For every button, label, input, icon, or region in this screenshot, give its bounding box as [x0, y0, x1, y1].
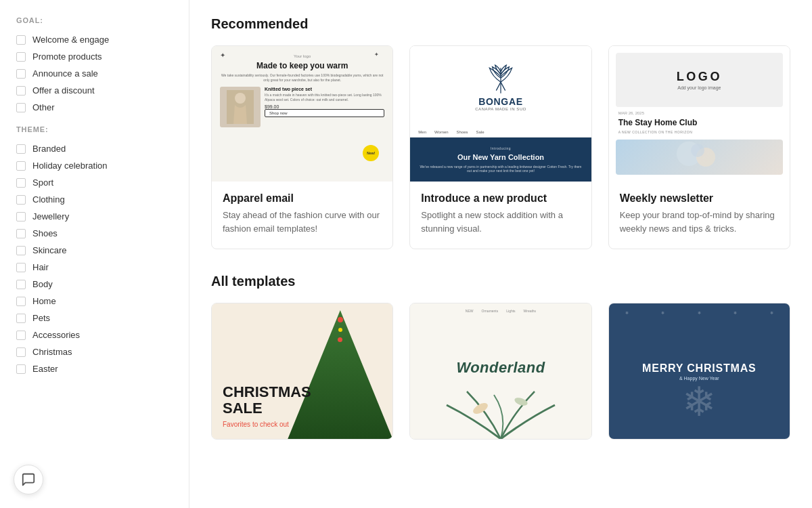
- template-card-merry-christmas[interactable]: ❄❄❄❄❄ MERRY CHRISTMAS & Happy New Year ❄: [608, 303, 790, 440]
- svg-point-8: [472, 401, 490, 416]
- theme-home-label: Home: [32, 296, 56, 306]
- template-preview-merry-christmas: ❄❄❄❄❄ MERRY CHRISTMAS & Happy New Year ❄: [609, 303, 790, 439]
- theme-sport-checkbox[interactable]: [16, 178, 26, 188]
- theme-body-checkbox[interactable]: [16, 280, 26, 289]
- goal-announce-checkbox[interactable]: [16, 69, 26, 79]
- theme-sport[interactable]: Sport: [16, 174, 175, 191]
- preview-brand-sub: CANAPA MADE IN SUD: [475, 107, 526, 111]
- theme-christmas-checkbox[interactable]: [16, 347, 26, 357]
- preview-product-row: Knitted two piece set It's a match made …: [220, 87, 384, 127]
- theme-branded[interactable]: Branded: [16, 140, 175, 157]
- goal-discount-checkbox[interactable]: [16, 86, 26, 96]
- theme-pets-label: Pets: [32, 313, 50, 323]
- goal-announce-label: Announce a sale: [32, 68, 98, 79]
- all-templates-grid: CHRISTMASSALE Favorites to check out NEW…: [211, 303, 790, 440]
- theme-hair-checkbox[interactable]: [16, 263, 26, 272]
- theme-body[interactable]: Body: [16, 276, 175, 293]
- theme-holiday[interactable]: Holiday celebration: [16, 157, 175, 174]
- preview-product-desc: It's a match made in heaven with this kn…: [265, 93, 384, 102]
- template-card-christmas-sale[interactable]: CHRISTMASSALE Favorites to check out: [211, 303, 393, 440]
- theme-shoes[interactable]: Shoes: [16, 225, 175, 242]
- theme-pets[interactable]: Pets: [16, 310, 175, 326]
- theme-easter[interactable]: Easter: [16, 360, 175, 377]
- goal-other[interactable]: Other: [16, 99, 175, 116]
- svg-point-1: [235, 93, 246, 104]
- template-preview-apparel: ✦ ✦ Your logo Made to keep you warm We t…: [212, 46, 392, 182]
- sidebar: GOAL: Welcome & engage Promote products …: [0, 0, 189, 508]
- theme-clothing-checkbox[interactable]: [16, 195, 26, 205]
- theme-holiday-checkbox[interactable]: [16, 161, 26, 171]
- nav-new: NEW: [466, 309, 474, 313]
- preview-stay-title: The Stay Home Club: [609, 117, 790, 129]
- template-name-apparel: Apparel email: [223, 192, 382, 205]
- theme-jewellery[interactable]: Jewellery: [16, 208, 175, 225]
- recommended-grid: ✦ ✦ Your logo Made to keep you warm We t…: [211, 45, 790, 249]
- preview-stay-sub: A NEW COLLECTION ON THE HORIZON: [609, 129, 790, 135]
- preview-hero-intro: Introducing: [491, 146, 511, 150]
- theme-hair-label: Hair: [32, 262, 49, 272]
- theme-label: THEME:: [16, 125, 175, 133]
- theme-shoes-checkbox[interactable]: [16, 229, 26, 238]
- preview-apparel-body: We take sustainability seriously. Our fe…: [220, 73, 384, 83]
- goal-welcome-checkbox[interactable]: [16, 35, 26, 45]
- template-info-newsletter: Weekly newsletter Keep your brand top-of…: [609, 182, 790, 249]
- goal-welcome-label: Welcome & engage: [32, 35, 109, 45]
- theme-jewellery-checkbox[interactable]: [16, 212, 26, 221]
- theme-christmas-label: Christmas: [32, 347, 72, 357]
- preview-bongae-top: BONGAE CANAPA MADE IN SUD: [410, 46, 591, 127]
- template-preview-wonderland: NEW Ornaments Lights Wreaths: [410, 303, 591, 439]
- decoration-stars: ✦: [220, 51, 225, 59]
- nav-men: Men: [418, 130, 426, 134]
- preview-product-text: Knitted two piece set It's a match made …: [265, 87, 384, 127]
- theme-branded-label: Branded: [32, 144, 66, 154]
- goal-welcome[interactable]: Welcome & engage: [16, 31, 175, 48]
- preview-brand-name: BONGAE: [478, 96, 523, 107]
- theme-hair[interactable]: Hair: [16, 259, 175, 276]
- goal-announce[interactable]: Announce a sale: [16, 65, 175, 82]
- nav-lights: Lights: [506, 309, 515, 313]
- template-name-new-product: Introduce a new product: [421, 192, 580, 205]
- theme-home[interactable]: Home: [16, 293, 175, 310]
- template-card-new-product[interactable]: BONGAE CANAPA MADE IN SUD Men Women Shoe…: [409, 45, 591, 249]
- preview-bongae-nav: Men Women Shoes Sale: [410, 127, 591, 137]
- theme-pets-checkbox[interactable]: [16, 314, 26, 323]
- preview-bongae-hero: Introducing Our New Yarn Collection We'v…: [410, 137, 591, 182]
- goal-discount[interactable]: Offer a discount: [16, 82, 175, 99]
- theme-shoes-label: Shoes: [32, 228, 58, 238]
- goal-other-label: Other: [32, 102, 55, 112]
- theme-clothing[interactable]: Clothing: [16, 191, 175, 208]
- preview-christmas-cta: Favorites to check out: [223, 421, 289, 428]
- theme-home-checkbox[interactable]: [16, 297, 26, 306]
- preview-logo-sub: Add your logo image: [677, 85, 721, 90]
- template-preview-new-product: BONGAE CANAPA MADE IN SUD Men Women Shoe…: [410, 46, 591, 182]
- theme-accessories[interactable]: Accessories: [16, 326, 175, 343]
- template-card-newsletter[interactable]: LOGO Add your logo image MAR 26, 2025 Th…: [608, 45, 790, 249]
- chat-button[interactable]: [14, 465, 43, 494]
- nav-sale: Sale: [476, 130, 484, 134]
- preview-christmas-headline: CHRISTMASSALE: [223, 384, 311, 417]
- theme-christmas[interactable]: Christmas: [16, 343, 175, 360]
- theme-body-label: Body: [32, 279, 53, 289]
- preview-new-badge: New!: [363, 145, 379, 161]
- theme-branded-checkbox[interactable]: [16, 144, 26, 154]
- theme-skincare[interactable]: Skincare: [16, 242, 175, 259]
- preview-logo-main: LOGO: [677, 70, 722, 84]
- nav-shoes: Shoes: [457, 130, 468, 134]
- theme-accessories-checkbox[interactable]: [16, 331, 26, 340]
- theme-skincare-checkbox[interactable]: [16, 246, 26, 255]
- template-card-wonderland[interactable]: NEW Ornaments Lights Wreaths: [409, 303, 591, 440]
- chat-icon: [21, 472, 36, 487]
- preview-product-title: Knitted two piece set: [265, 87, 384, 91]
- theme-easter-checkbox[interactable]: [16, 364, 26, 374]
- preview-wonderland-nav: NEW Ornaments Lights Wreaths: [466, 309, 536, 313]
- theme-clothing-label: Clothing: [32, 194, 65, 205]
- preview-price: $99.00: [265, 104, 384, 109]
- goal-promote[interactable]: Promote products: [16, 48, 175, 65]
- template-name-newsletter: Weekly newsletter: [620, 192, 779, 205]
- goal-promote-checkbox[interactable]: [16, 52, 26, 62]
- template-card-apparel[interactable]: ✦ ✦ Your logo Made to keep you warm We t…: [211, 45, 393, 249]
- preview-hero-image: [616, 140, 783, 175]
- preview-logo-box: LOGO Add your logo image: [616, 53, 783, 107]
- preview-hero-title: Our New Yarn Collection: [457, 153, 544, 162]
- goal-other-checkbox[interactable]: [16, 103, 26, 112]
